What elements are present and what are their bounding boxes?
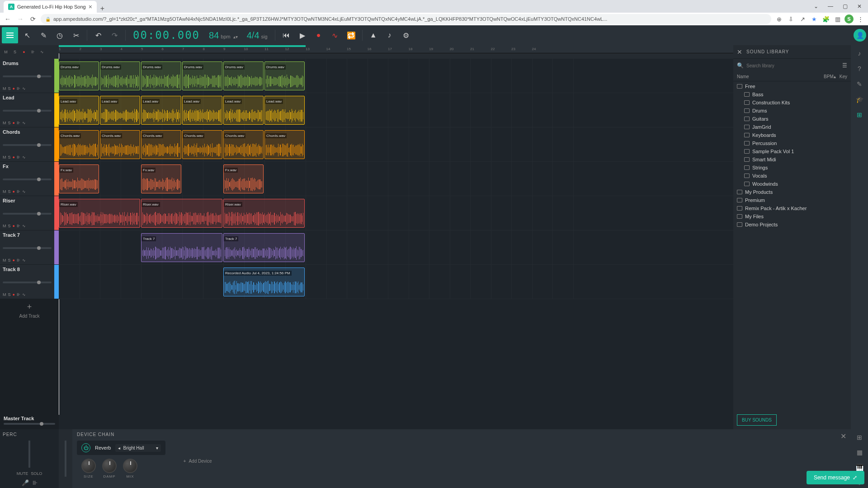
track-lane[interactable]: Drums.wavDrums.wavDrums.wavDrums.wavDrum…	[59, 59, 733, 93]
graduation-icon[interactable]: 🎓	[854, 94, 865, 105]
track-record-icon[interactable]: ●	[13, 86, 15, 91]
master-track[interactable]: Master Track	[0, 411, 59, 429]
preset-dropdown-icon[interactable]: ▾	[156, 446, 158, 450]
library-folder[interactable]: My Files	[733, 212, 851, 221]
preset-selector[interactable]: ◂ Bright Hall ▾	[115, 444, 160, 452]
back-icon[interactable]: ←	[3, 14, 13, 24]
track-solo-button[interactable]: S	[8, 292, 11, 297]
track-header[interactable]: Track 8 M S ● ⊪ ∿	[0, 265, 59, 299]
col-bpm[interactable]: BPM▴	[824, 74, 836, 79]
col-name[interactable]: Name	[737, 74, 824, 79]
send-message-button[interactable]: Send message ⤢	[807, 471, 864, 484]
track-fader[interactable]	[3, 282, 52, 283]
tab-close-icon[interactable]: ×	[89, 3, 92, 10]
undo-icon[interactable]: ↶	[91, 28, 105, 42]
library-folder[interactable]: Strings	[733, 164, 851, 172]
track-solo-button[interactable]: S	[8, 224, 11, 228]
help-icon[interactable]: ?	[854, 63, 865, 74]
track-mute-button[interactable]: M	[3, 224, 6, 228]
library-folder[interactable]: Sample Pack Vol 1	[733, 147, 851, 155]
audio-clip[interactable]: Lead.wav	[59, 96, 99, 125]
track-lane[interactable]: Chords.wavChords.wavChords.wavChords.wav…	[59, 127, 733, 162]
mixer-icon[interactable]: ⚙	[399, 28, 413, 42]
track-automation-icon[interactable]: ∿	[22, 86, 26, 91]
grid-icon[interactable]: ⊞	[854, 432, 865, 443]
extensions-icon[interactable]: 🧩	[821, 14, 831, 24]
library-icon[interactable]: ⊞	[854, 109, 865, 120]
bars-icon[interactable]: ⊪	[33, 479, 38, 486]
device-close-icon[interactable]: ✕	[840, 432, 846, 441]
track-meter-icon[interactable]: ⊪	[17, 189, 20, 194]
preset-prev-icon[interactable]: ◂	[118, 446, 120, 450]
audio-clip[interactable]: Fx.wav	[223, 164, 264, 193]
tuning-icon[interactable]: ♪	[382, 28, 397, 42]
track-automation-icon[interactable]: ∿	[22, 258, 26, 263]
audio-clip[interactable]: Chords.wav	[182, 130, 222, 159]
rewind-icon[interactable]: ⏮	[279, 28, 293, 42]
track-record-icon[interactable]: ●	[13, 155, 15, 160]
audio-clip[interactable]: Fx.wav	[59, 164, 99, 193]
track-lane[interactable]: Fx.wavFx.wavFx.wav	[59, 162, 733, 196]
track-mute-button[interactable]: M	[3, 189, 6, 194]
library-folder[interactable]: Bass	[733, 90, 851, 99]
panel-icon[interactable]: ▦	[854, 447, 865, 458]
menu-icon[interactable]: ⋮	[855, 14, 865, 24]
mic-icon[interactable]: 🎤	[22, 479, 29, 486]
track-record-icon[interactable]: ●	[13, 292, 15, 297]
track-automation-icon[interactable]: ∿	[22, 224, 26, 228]
library-folder[interactable]: Percussion	[733, 139, 851, 147]
track-meter-icon[interactable]: ⊪	[17, 121, 20, 125]
knob-mix[interactable]	[123, 459, 137, 473]
audio-clip[interactable]: Drums.wav	[264, 61, 305, 90]
automation-icon[interactable]: ∿	[328, 28, 342, 42]
timer-tool-icon[interactable]: ◷	[52, 28, 67, 42]
audio-clip[interactable]: Riser.wav	[223, 199, 305, 228]
track-lane[interactable]: Riser.wavRiser.wavRiser.wav	[59, 196, 733, 230]
master-mute-button[interactable]: M	[3, 49, 9, 55]
audio-clip[interactable]: Drums.wav	[223, 61, 264, 90]
track-header[interactable]: Lead M S ● ⊪ ∿	[0, 93, 59, 127]
track-mute-button[interactable]: M	[3, 86, 6, 91]
audio-clip[interactable]: Drums.wav	[100, 61, 140, 90]
install-icon[interactable]: ⇩	[786, 14, 796, 24]
url-input[interactable]: 🔒 app.ampedstudio.com/?_gl=1*zkt20c*_ga*…	[41, 14, 771, 24]
audio-clip[interactable]: Chords.wav	[223, 130, 264, 159]
audio-clip[interactable]: Track 7	[141, 233, 222, 262]
library-folder[interactable]: Free	[733, 82, 851, 90]
library-search-input[interactable]	[746, 63, 840, 68]
note-icon[interactable]: ♪	[854, 48, 865, 59]
user-avatar-icon[interactable]: 👤	[854, 29, 866, 42]
cut-tool-icon[interactable]: ✂	[69, 28, 83, 42]
track-solo-button[interactable]: S	[8, 258, 11, 263]
star-icon[interactable]: ★	[809, 14, 819, 24]
track-header[interactable]: Fx M S ● ⊪ ∿	[0, 162, 59, 196]
pen-icon[interactable]: ✎	[854, 79, 865, 89]
filter-icon[interactable]: ☰	[842, 62, 847, 69]
track-fader[interactable]	[3, 110, 52, 112]
forward-icon[interactable]: →	[15, 14, 25, 24]
audio-clip[interactable]: Fx.wav	[141, 164, 181, 193]
library-folder[interactable]: My Products	[733, 188, 851, 196]
master-record-icon[interactable]: ●	[21, 49, 27, 55]
audio-clip[interactable]: Track 7	[223, 233, 305, 262]
master-fader[interactable]	[4, 423, 55, 425]
audio-clip[interactable]: Lead.wav	[223, 96, 264, 125]
track-meter-icon[interactable]: ⊪	[17, 258, 20, 263]
library-folder[interactable]: Remix Pack - Artik x Kacher	[733, 204, 851, 212]
audio-clip[interactable]: Lead.wav	[182, 96, 222, 125]
library-folder[interactable]: Guitars	[733, 115, 851, 123]
timesig-display[interactable]: 4/4 sig	[243, 30, 271, 41]
maximize-icon[interactable]: ▢	[838, 2, 852, 11]
knob-size[interactable]	[81, 459, 96, 473]
track-solo-button[interactable]: S	[8, 189, 11, 194]
minimize-icon[interactable]: —	[824, 2, 837, 11]
track-meter-icon[interactable]: ⊪	[17, 86, 20, 91]
track-solo-button[interactable]: S	[8, 155, 11, 160]
track-fader[interactable]	[3, 178, 52, 180]
record-icon[interactable]: ●	[311, 28, 326, 42]
perc-mute-button[interactable]: MUTE	[17, 471, 28, 476]
metronome-icon[interactable]: ▲	[366, 28, 381, 42]
master-meter-icon[interactable]: ⊪	[30, 49, 36, 55]
redo-icon[interactable]: ↷	[107, 28, 122, 42]
audio-clip[interactable]: Drums.wav	[182, 61, 222, 90]
